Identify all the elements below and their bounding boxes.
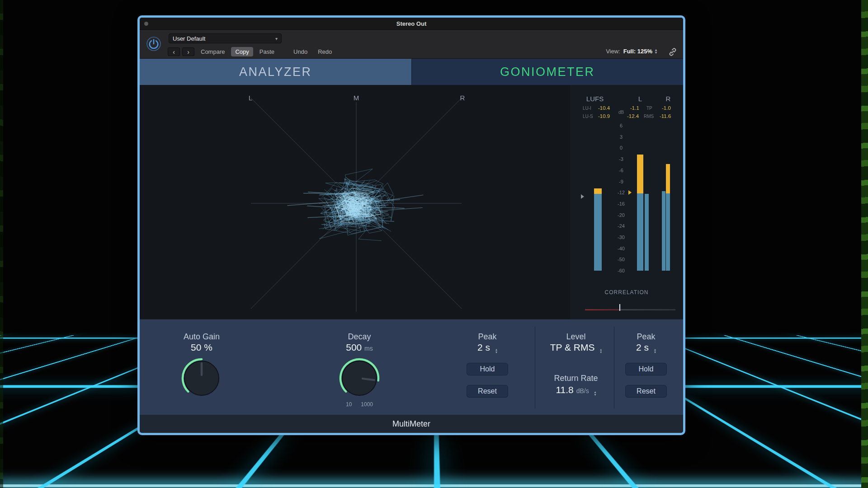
left-truepeak-bar (637, 193, 643, 271)
decay-knob[interactable] (339, 357, 380, 399)
level-peak-group: Peak 2 s ▴▾ Hold Reset (596, 319, 685, 415)
hold-button[interactable]: Hold (625, 363, 667, 375)
peak-value: 2 s (477, 342, 490, 352)
correlation-indicator (619, 304, 620, 311)
transport-controls: ‹ › Compare Copy Paste Undo Redo (168, 47, 336, 56)
goniometer-svg (140, 85, 570, 319)
chevron-down-icon: ▾ (275, 36, 278, 41)
peak-value: 2 s (636, 342, 649, 352)
goniometer-peak-group: Peak 2 s ▴▾ Hold Reset (438, 319, 537, 415)
return-rate-value: 11.8 (556, 385, 573, 395)
multimeter-plugin-window: Stereo Out User Default ▾ ‹ › Compare Co… (137, 15, 685, 435)
meter-body: 630-3-6-9-12-16-20-24-30-40-50-60 (570, 122, 683, 281)
foliage-strip-left (0, 0, 3, 488)
rms-label: RMS (644, 114, 654, 119)
gonio-label-left: L (249, 94, 252, 102)
window-title: Stereo Out (396, 20, 426, 27)
reset-button[interactable]: Reset (467, 385, 508, 398)
paste-button[interactable]: Paste (255, 47, 278, 56)
decay-number: 500 (346, 342, 362, 352)
meter-right-label: R (666, 95, 671, 103)
knob-body (342, 361, 377, 395)
meter-scale-tick: -20 (612, 212, 630, 218)
stepper-icon: ▴▾ (654, 348, 656, 354)
grid-glow-line (0, 484, 868, 487)
auto-gain-value[interactable]: 50 % (152, 342, 251, 353)
preset-selector[interactable]: User Default ▾ (169, 33, 282, 43)
decay-value[interactable]: 500 ms (310, 342, 409, 353)
lufs-title: LUFS (586, 95, 604, 103)
right-truepeak-bar-peak (666, 164, 670, 193)
meter-scale-tick: -9 (612, 179, 630, 184)
right-truepeak-bar (666, 193, 670, 271)
meter-scale-tick: -12 (612, 190, 630, 195)
peak-value-selector[interactable]: 2 s ▴▾ (438, 342, 537, 354)
meter-scale-tick: -30 (612, 235, 630, 240)
meter-scale-tick: -40 (612, 246, 630, 251)
copy-button[interactable]: Copy (231, 47, 253, 56)
level-mode-value: TP & RMS (550, 342, 595, 352)
compare-button[interactable]: Compare (197, 47, 229, 56)
view-controls: View: Full: 125% ▴▾ (606, 48, 657, 55)
display-area: L M R LUFS L R LU-I -10.4 LU-S -10.9 dB … (140, 85, 683, 319)
chain-link-icon (668, 47, 678, 57)
auto-gain-group: Auto Gain 50 % (152, 319, 251, 415)
lu-s-label: LU-S (583, 114, 593, 119)
plugin-footer: MultiMeter (140, 415, 683, 433)
db-unit-label: dB (618, 110, 624, 115)
power-icon (146, 36, 161, 52)
level-peak-marker (628, 190, 632, 195)
level-meter-panel: LUFS L R LU-I -10.4 LU-S -10.9 dB -1.1 T… (570, 85, 683, 319)
foliage-strip-right (861, 0, 868, 488)
meter-scale-tick: 3 (612, 134, 630, 140)
lu-s-value: -10.9 (598, 113, 610, 119)
meter-scale-tick: -6 (612, 168, 630, 173)
stepper-icon: ▴▾ (495, 348, 497, 354)
power-button[interactable] (146, 36, 161, 52)
window-close-button[interactable] (144, 22, 148, 26)
correlation-label: CORRELATION (570, 289, 683, 296)
plugin-name: MultiMeter (392, 419, 430, 429)
plugin-header: User Default ▾ ‹ › Compare Copy Paste Un… (140, 30, 683, 59)
lufs-bar-peak (594, 188, 602, 194)
control-panel: Auto Gain 50 % Decay 500 ms 10 1000 (140, 319, 683, 415)
peak-label: Peak (596, 332, 685, 342)
decay-label: Decay (310, 332, 409, 342)
left-rms-bar (645, 194, 649, 271)
peak-value-selector[interactable]: 2 s ▴▾ (596, 342, 685, 354)
redo-button[interactable]: Redo (314, 47, 336, 56)
next-preset-button[interactable]: › (182, 47, 194, 56)
auto-gain-label: Auto Gain (152, 332, 251, 342)
peak-label: Peak (438, 332, 537, 342)
tp-right-value: -1.0 (662, 105, 671, 111)
decay-group: Decay 500 ms 10 1000 (310, 319, 409, 415)
rms-left-value: -12.4 (627, 113, 639, 119)
meter-scale-tick: -50 (612, 257, 630, 262)
correlation-meter (585, 309, 675, 310)
view-size-selector[interactable]: Full: 125% ▴▾ (623, 48, 657, 55)
tab-goniometer[interactable]: GONIOMETER (411, 59, 684, 85)
lufs-bar (594, 194, 602, 271)
undo-button[interactable]: Undo (289, 47, 311, 56)
decay-unit: ms (364, 345, 373, 352)
stepper-icon: ▴▾ (655, 49, 657, 54)
previous-preset-button[interactable]: ‹ (168, 47, 180, 56)
lufs-target-marker (581, 194, 584, 199)
reset-button[interactable]: Reset (625, 385, 667, 398)
window-titlebar[interactable]: Stereo Out (140, 18, 683, 30)
tp-left-value: -1.1 (630, 105, 639, 111)
meter-scale-tick: 6 (612, 123, 630, 128)
link-button[interactable] (668, 47, 678, 57)
decay-scale: 10 1000 (310, 401, 409, 408)
meter-scale-tick: -60 (612, 268, 630, 273)
hold-button[interactable]: Hold (467, 363, 508, 375)
decay-min-label: 10 (346, 401, 352, 408)
meter-left-label: L (638, 95, 642, 103)
auto-gain-knob[interactable] (181, 357, 222, 399)
tab-analyzer[interactable]: ANALYZER (140, 59, 411, 85)
gonio-label-mid: M (354, 94, 359, 102)
view-label: View: (606, 48, 620, 55)
lu-i-value: -10.4 (598, 105, 610, 111)
meter-scale-tick: -16 (612, 201, 630, 206)
meter-scale-tick: -3 (612, 156, 630, 162)
